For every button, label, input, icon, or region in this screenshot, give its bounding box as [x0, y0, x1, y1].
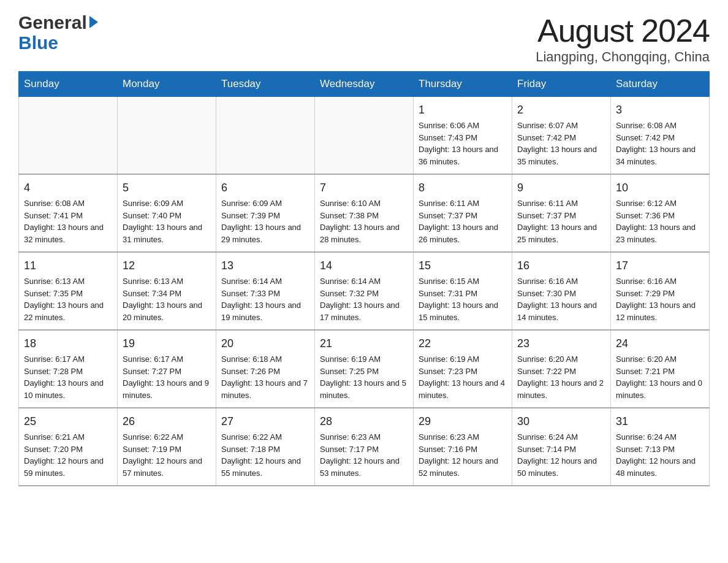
day-info: Sunrise: 6:20 AMSunset: 7:22 PMDaylight:… — [517, 353, 605, 401]
calendar-cell: 12Sunrise: 6:13 AMSunset: 7:34 PMDayligh… — [118, 252, 216, 330]
calendar-cell — [315, 97, 414, 175]
day-info: Sunrise: 6:14 AMSunset: 7:32 PMDaylight:… — [320, 275, 408, 323]
day-number: 17 — [616, 258, 704, 274]
day-number: 6 — [221, 180, 309, 196]
calendar-cell — [118, 97, 216, 175]
calendar-cell: 11Sunrise: 6:13 AMSunset: 7:35 PMDayligh… — [19, 252, 118, 330]
calendar-week-5: 25Sunrise: 6:21 AMSunset: 7:20 PMDayligh… — [19, 408, 710, 486]
calendar-header-row: SundayMondayTuesdayWednesdayThursdayFrid… — [19, 72, 710, 97]
day-info: Sunrise: 6:24 AMSunset: 7:14 PMDaylight:… — [517, 431, 605, 479]
day-info: Sunrise: 6:21 AMSunset: 7:20 PMDaylight:… — [24, 431, 112, 479]
logo: General Blue — [18, 12, 98, 53]
calendar-cell — [19, 97, 118, 175]
calendar-cell: 26Sunrise: 6:22 AMSunset: 7:19 PMDayligh… — [118, 408, 216, 486]
page-header: General Blue August 2024 Liangping, Chon… — [18, 12, 710, 65]
calendar-cell: 25Sunrise: 6:21 AMSunset: 7:20 PMDayligh… — [19, 408, 118, 486]
day-number: 30 — [517, 413, 605, 430]
calendar-cell: 15Sunrise: 6:15 AMSunset: 7:31 PMDayligh… — [414, 252, 512, 330]
title-block: August 2024 Liangping, Chongqing, China — [536, 12, 710, 65]
calendar-cell: 29Sunrise: 6:23 AMSunset: 7:16 PMDayligh… — [414, 408, 512, 486]
col-header-sunday: Sunday — [19, 72, 118, 97]
calendar-cell: 5Sunrise: 6:09 AMSunset: 7:40 PMDaylight… — [118, 174, 216, 252]
day-number: 5 — [123, 180, 211, 196]
calendar-cell — [216, 97, 315, 175]
calendar-cell: 6Sunrise: 6:09 AMSunset: 7:39 PMDaylight… — [216, 174, 315, 252]
day-info: Sunrise: 6:08 AMSunset: 7:41 PMDaylight:… — [24, 197, 112, 245]
day-info: Sunrise: 6:22 AMSunset: 7:19 PMDaylight:… — [123, 431, 211, 479]
day-info: Sunrise: 6:13 AMSunset: 7:35 PMDaylight:… — [24, 275, 112, 323]
page-title: August 2024 — [536, 12, 710, 49]
day-number: 18 — [24, 335, 112, 352]
calendar-week-4: 18Sunrise: 6:17 AMSunset: 7:28 PMDayligh… — [19, 330, 710, 408]
calendar-cell: 19Sunrise: 6:17 AMSunset: 7:27 PMDayligh… — [118, 330, 216, 408]
col-header-thursday: Thursday — [414, 72, 512, 97]
day-number: 2 — [517, 102, 605, 118]
page-subtitle: Liangping, Chongqing, China — [536, 49, 710, 65]
day-number: 28 — [320, 413, 408, 430]
day-number: 29 — [419, 413, 507, 430]
day-number: 24 — [616, 335, 704, 352]
day-number: 10 — [616, 180, 704, 196]
day-number: 21 — [320, 335, 408, 352]
day-info: Sunrise: 6:18 AMSunset: 7:26 PMDaylight:… — [221, 353, 309, 401]
calendar-cell: 24Sunrise: 6:20 AMSunset: 7:21 PMDayligh… — [611, 330, 710, 408]
day-info: Sunrise: 6:22 AMSunset: 7:18 PMDaylight:… — [221, 431, 309, 479]
logo-general: General — [18, 12, 87, 33]
calendar-cell: 17Sunrise: 6:16 AMSunset: 7:29 PMDayligh… — [611, 252, 710, 330]
day-number: 12 — [123, 258, 211, 274]
calendar-cell: 8Sunrise: 6:11 AMSunset: 7:37 PMDaylight… — [414, 174, 512, 252]
calendar-cell: 4Sunrise: 6:08 AMSunset: 7:41 PMDaylight… — [19, 174, 118, 252]
logo-blue: Blue — [18, 33, 58, 53]
calendar-cell: 20Sunrise: 6:18 AMSunset: 7:26 PMDayligh… — [216, 330, 315, 408]
calendar-cell: 21Sunrise: 6:19 AMSunset: 7:25 PMDayligh… — [315, 330, 414, 408]
day-info: Sunrise: 6:11 AMSunset: 7:37 PMDaylight:… — [419, 197, 507, 245]
day-info: Sunrise: 6:11 AMSunset: 7:37 PMDaylight:… — [517, 197, 605, 245]
day-info: Sunrise: 6:19 AMSunset: 7:23 PMDaylight:… — [419, 353, 507, 401]
day-number: 25 — [24, 413, 112, 430]
calendar-cell: 13Sunrise: 6:14 AMSunset: 7:33 PMDayligh… — [216, 252, 315, 330]
calendar-cell: 22Sunrise: 6:19 AMSunset: 7:23 PMDayligh… — [414, 330, 512, 408]
day-info: Sunrise: 6:16 AMSunset: 7:30 PMDaylight:… — [517, 275, 605, 323]
calendar-cell: 7Sunrise: 6:10 AMSunset: 7:38 PMDaylight… — [315, 174, 414, 252]
day-info: Sunrise: 6:09 AMSunset: 7:40 PMDaylight:… — [123, 197, 211, 245]
col-header-friday: Friday — [512, 72, 611, 97]
calendar-cell: 18Sunrise: 6:17 AMSunset: 7:28 PMDayligh… — [19, 330, 118, 408]
day-info: Sunrise: 6:12 AMSunset: 7:36 PMDaylight:… — [616, 197, 704, 245]
calendar-cell: 2Sunrise: 6:07 AMSunset: 7:42 PMDaylight… — [512, 97, 611, 175]
calendar-table: SundayMondayTuesdayWednesdayThursdayFrid… — [18, 71, 710, 486]
day-info: Sunrise: 6:14 AMSunset: 7:33 PMDaylight:… — [221, 275, 309, 323]
day-number: 9 — [517, 180, 605, 196]
day-number: 7 — [320, 180, 408, 196]
col-header-tuesday: Tuesday — [216, 72, 315, 97]
calendar-cell: 27Sunrise: 6:22 AMSunset: 7:18 PMDayligh… — [216, 408, 315, 486]
day-info: Sunrise: 6:13 AMSunset: 7:34 PMDaylight:… — [123, 275, 211, 323]
day-info: Sunrise: 6:08 AMSunset: 7:42 PMDaylight:… — [616, 120, 704, 167]
calendar-week-2: 4Sunrise: 6:08 AMSunset: 7:41 PMDaylight… — [19, 174, 710, 252]
col-header-monday: Monday — [118, 72, 216, 97]
col-header-saturday: Saturday — [611, 72, 710, 97]
day-number: 15 — [419, 258, 507, 274]
day-number: 3 — [616, 102, 704, 118]
day-number: 31 — [616, 413, 704, 430]
day-number: 27 — [221, 413, 309, 430]
calendar-cell: 1Sunrise: 6:06 AMSunset: 7:43 PMDaylight… — [414, 97, 512, 175]
day-info: Sunrise: 6:09 AMSunset: 7:39 PMDaylight:… — [221, 197, 309, 245]
day-info: Sunrise: 6:06 AMSunset: 7:43 PMDaylight:… — [419, 120, 507, 167]
day-number: 13 — [221, 258, 309, 274]
day-info: Sunrise: 6:19 AMSunset: 7:25 PMDaylight:… — [320, 353, 408, 401]
svg-marker-0 — [89, 16, 98, 28]
day-info: Sunrise: 6:16 AMSunset: 7:29 PMDaylight:… — [616, 275, 704, 323]
day-info: Sunrise: 6:20 AMSunset: 7:21 PMDaylight:… — [616, 353, 704, 401]
day-number: 14 — [320, 258, 408, 274]
calendar-cell: 23Sunrise: 6:20 AMSunset: 7:22 PMDayligh… — [512, 330, 611, 408]
day-info: Sunrise: 6:07 AMSunset: 7:42 PMDaylight:… — [517, 120, 605, 167]
day-number: 19 — [123, 335, 211, 352]
day-number: 26 — [123, 413, 211, 430]
calendar-cell: 28Sunrise: 6:23 AMSunset: 7:17 PMDayligh… — [315, 408, 414, 486]
calendar-cell: 10Sunrise: 6:12 AMSunset: 7:36 PMDayligh… — [611, 174, 710, 252]
day-number: 1 — [419, 102, 507, 118]
day-info: Sunrise: 6:10 AMSunset: 7:38 PMDaylight:… — [320, 197, 408, 245]
day-info: Sunrise: 6:15 AMSunset: 7:31 PMDaylight:… — [419, 275, 507, 323]
calendar-cell: 30Sunrise: 6:24 AMSunset: 7:14 PMDayligh… — [512, 408, 611, 486]
day-info: Sunrise: 6:17 AMSunset: 7:27 PMDaylight:… — [123, 353, 211, 401]
